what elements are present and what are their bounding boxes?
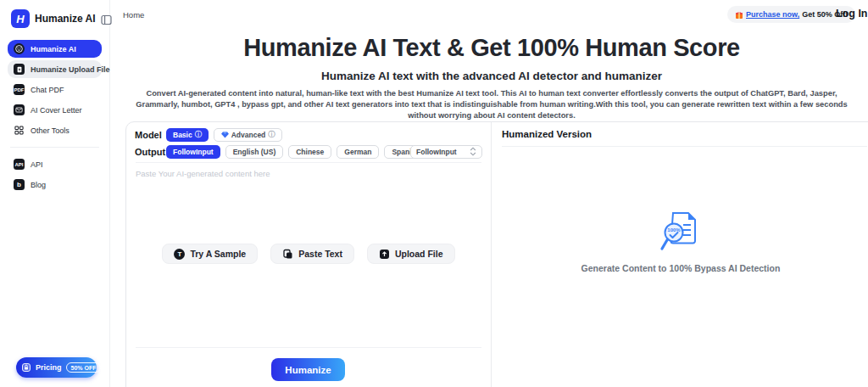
sidebar-item-blog[interactable]: b Blog xyxy=(8,176,102,194)
sidebar-item-label: API xyxy=(31,160,43,169)
brand-logo: H xyxy=(11,9,30,28)
sidebar-item-label: Blog xyxy=(31,181,46,189)
sidebar-item-humanize-ai[interactable]: Humanize AI xyxy=(8,40,102,58)
action-label: Paste Text xyxy=(298,249,342,259)
purchase-now-link[interactable]: Purchase now, xyxy=(746,10,799,19)
paste-text-button[interactable]: Paste Text xyxy=(270,244,354,264)
content-textarea[interactable]: Paste Your AI-generated content here xyxy=(136,169,270,178)
page-title: Humanize AI Text & Get 100% Human Score xyxy=(120,34,863,62)
humanize-button[interactable]: Humanize xyxy=(271,358,345,381)
action-label: Try A Sample xyxy=(190,249,246,259)
page-description: Convert AI-generated content into natura… xyxy=(125,88,859,122)
editor-top-divider xyxy=(136,162,481,163)
language-select[interactable]: FollowInput xyxy=(410,145,482,159)
gift-icon xyxy=(735,10,743,20)
info-icon: ⓘ xyxy=(268,132,275,138)
result-empty-state: 100% Generate Content to 100% Bypass AI … xyxy=(491,211,868,273)
brand-row: H Humanize AI xyxy=(0,0,109,36)
sidebar-divider xyxy=(10,147,99,148)
humanize-ai-app: H Humanize AI Humanize AI Humanize Uploa… xyxy=(0,0,868,387)
output-label: Output xyxy=(135,147,166,157)
output-option-chinese[interactable]: Chinese xyxy=(288,145,331,159)
output-option-followinput[interactable]: FollowInput xyxy=(166,145,220,159)
language-select-value: FollowInput xyxy=(416,148,457,156)
sidebar-item-label: Humanize AI xyxy=(31,45,76,53)
login-button[interactable]: Log In xyxy=(836,8,868,20)
sidebar-item-label: Humanize Upload File xyxy=(31,65,110,74)
result-header-divider xyxy=(502,146,867,147)
quick-actions: T Try A Sample Paste Text Upload File xyxy=(126,244,491,264)
page-subtitle: Humanize AI text with the advanced AI de… xyxy=(120,70,863,82)
output-row: Output FollowInput English (US) Chinese … xyxy=(135,145,432,159)
try-sample-button[interactable]: T Try A Sample xyxy=(162,244,258,264)
clipboard-icon xyxy=(282,249,293,260)
envelope-icon xyxy=(14,104,25,115)
pdf-icon: PDF xyxy=(14,84,25,95)
sidebar-item-label: Chat PDF xyxy=(31,86,64,94)
pricing-button[interactable]: Pricing 50% OFF xyxy=(16,357,97,378)
result-empty-text: Generate Content to 100% Bypass AI Detec… xyxy=(491,263,868,273)
sample-t-icon: T xyxy=(174,249,185,260)
face-icon xyxy=(14,43,25,54)
sidebar-item-other-tools[interactable]: Other Tools xyxy=(8,121,102,139)
upload-file-icon xyxy=(379,249,390,260)
hero: Humanize AI Text & Get 100% Human Score … xyxy=(120,34,863,122)
workspace-card: Model Basic ⓘ Advanced ⓘ Output FollowIn… xyxy=(125,121,868,387)
model-option-advanced[interactable]: Advanced ⓘ xyxy=(214,128,283,142)
grid-icon xyxy=(14,125,25,136)
brand-name: Humanize AI xyxy=(35,13,96,25)
result-panel-title: Humanized Version xyxy=(502,129,592,139)
updown-chevron-icon xyxy=(470,147,476,158)
model-option-label: Advanced xyxy=(231,131,266,139)
svg-text:100%: 100% xyxy=(667,227,681,233)
sidebar-item-label: Other Tools xyxy=(31,126,70,135)
document-scan-icon: 100% xyxy=(659,211,702,252)
discount-badge: 50% OFF xyxy=(66,362,102,373)
diamond-icon xyxy=(221,132,229,138)
api-icon: API xyxy=(14,159,25,170)
sidebar-item-label: AI Cover Letter xyxy=(31,106,82,115)
output-option-english-us[interactable]: English (US) xyxy=(225,145,284,159)
model-option-label: Basic xyxy=(173,131,192,139)
blog-icon: b xyxy=(14,179,25,190)
model-label: Model xyxy=(135,130,166,140)
info-icon: ⓘ xyxy=(195,132,202,138)
sidebar: H Humanize AI Humanize AI Humanize Uploa… xyxy=(0,0,110,387)
sidebar-item-ai-cover-letter[interactable]: AI Cover Letter xyxy=(8,101,102,119)
model-option-basic[interactable]: Basic ⓘ xyxy=(166,128,209,142)
pricing-label: Pricing xyxy=(36,363,62,372)
upload-doc-icon xyxy=(14,64,25,75)
action-label: Upload File xyxy=(395,249,443,259)
breadcrumb[interactable]: Home xyxy=(123,10,144,20)
sidebar-item-chat-pdf[interactable]: PDF Chat PDF xyxy=(8,81,102,98)
model-row: Model Basic ⓘ Advanced ⓘ xyxy=(135,128,287,142)
editor-bottom-divider xyxy=(136,347,481,348)
output-option-german[interactable]: German xyxy=(337,145,379,159)
upload-file-button[interactable]: Upload File xyxy=(367,244,455,264)
sidebar-item-api[interactable]: API API xyxy=(8,155,102,173)
lock-icon xyxy=(21,362,31,373)
sidebar-item-humanize-upload-file[interactable]: Humanize Upload File xyxy=(8,60,102,78)
sidebar-collapse-icon[interactable] xyxy=(101,14,112,25)
sidebar-nav: Humanize AI Humanize Upload File PDF Cha… xyxy=(0,36,109,194)
